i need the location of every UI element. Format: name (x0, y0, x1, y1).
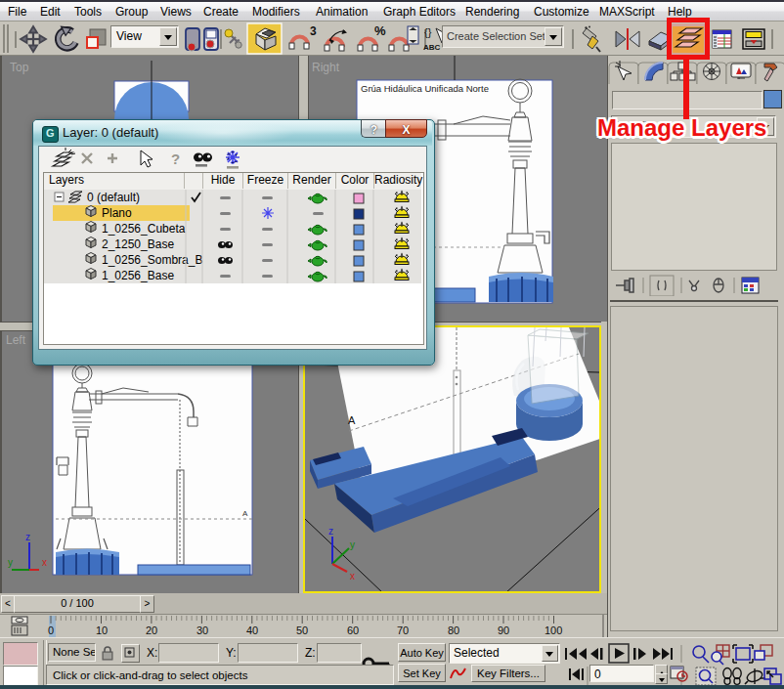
svg-text:60: 60 (347, 624, 359, 636)
svg-text:50: 50 (296, 624, 308, 636)
svg-text:?: ? (171, 151, 180, 167)
svg-text:30: 30 (196, 624, 208, 636)
svg-text:{}: {} (424, 26, 432, 38)
svg-text:10: 10 (96, 624, 108, 636)
svg-text:x: x (42, 557, 47, 568)
svg-text:Left: Left (6, 333, 26, 347)
svg-text:20: 20 (146, 624, 157, 636)
svg-text:70: 70 (397, 624, 409, 636)
svg-text:80: 80 (448, 624, 459, 636)
svg-text:A: A (348, 414, 356, 426)
svg-text:Top: Top (10, 61, 29, 74)
svg-text:0 (default): 0 (default) (87, 191, 140, 204)
svg-text:y: y (8, 557, 13, 568)
svg-text:3: 3 (310, 24, 317, 38)
svg-text:2_1250_Base: 2_1250_Base (102, 237, 174, 251)
svg-text:y: y (350, 539, 355, 550)
svg-text:x: x (350, 571, 355, 581)
svg-text:Right: Right (312, 61, 340, 74)
svg-text:90: 90 (498, 624, 509, 636)
svg-text:40: 40 (246, 624, 258, 636)
svg-text:1_0256_Sombra_B: 1_0256_Sombra_B (102, 253, 202, 267)
svg-text:1_0256_Cubeta: 1_0256_Cubeta (102, 222, 186, 236)
svg-text:1_0256_Base: 1_0256_Base (102, 269, 174, 282)
svg-text:%: % (374, 23, 386, 38)
svg-text:ABC: ABC (423, 43, 441, 52)
svg-text:A: A (242, 509, 248, 518)
svg-text:Grúa Hidáulica Unificada Norte: Grúa Hidáulica Unificada Norte (361, 83, 489, 94)
svg-text:z: z (25, 532, 30, 542)
svg-text:Plano: Plano (102, 206, 132, 220)
svg-text:100: 100 (544, 624, 562, 636)
svg-text:0: 0 (48, 624, 54, 636)
svg-text:z: z (328, 526, 333, 537)
